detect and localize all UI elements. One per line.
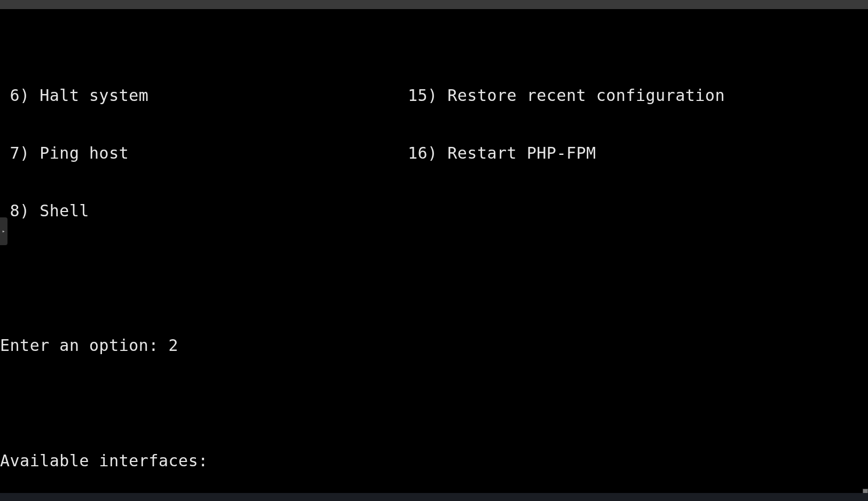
menu-item-6: 6) Halt system [0, 86, 408, 105]
terminal-viewport[interactable]: 6) Halt system 15) Restore recent config… [0, 9, 868, 493]
menu-item-8: 8) Shell [0, 201, 408, 221]
menu-item-15: 15) Restore recent configuration [408, 86, 868, 105]
window-bottombar [0, 493, 868, 501]
available-interfaces-header: Available interfaces: [0, 451, 868, 471]
menu-row-6-15: 6) Halt system 15) Restore recent config… [0, 86, 868, 105]
menu-item-blank [408, 201, 868, 221]
panel-reveal-tab[interactable] [0, 217, 7, 245]
window-titlebar [0, 0, 868, 9]
menu-item-16: 16) Restart PHP-FPM [408, 144, 868, 163]
menu-row-8: 8) Shell [0, 201, 868, 221]
scrollbar-thumb[interactable] [863, 489, 868, 493]
enter-option-line: Enter an option: 2 [0, 336, 868, 355]
blank-line [0, 278, 868, 298]
menu-row-7-16: 7) Ping host 16) Restart PHP-FPM [0, 144, 868, 163]
blank-line [0, 394, 868, 413]
menu-item-7: 7) Ping host [0, 144, 408, 163]
